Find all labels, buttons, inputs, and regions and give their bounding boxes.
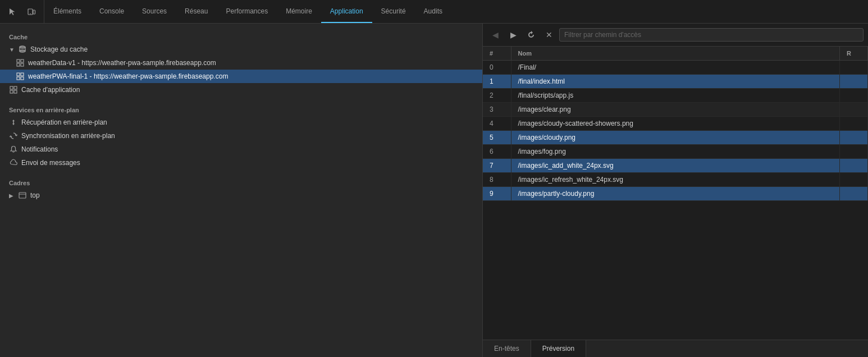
top-frame-label: top — [30, 191, 478, 199]
cell-num: 1 — [483, 75, 511, 89]
svg-rect-13 — [21, 77, 24, 80]
notifications-item[interactable]: Notifications — [0, 143, 482, 156]
cache-section-label: Cache — [0, 28, 482, 43]
cell-response — [840, 117, 868, 131]
tab-application[interactable]: Application — [321, 0, 372, 23]
cell-num: 7 — [483, 159, 511, 173]
nav-icons — [0, 0, 44, 23]
fetch-label: Récupération en arrière-plan — [21, 118, 478, 126]
refresh-button[interactable] — [523, 27, 539, 43]
expand-arrow: ▼ — [9, 47, 15, 53]
cell-num: 4 — [483, 117, 511, 131]
cloud-icon — [9, 158, 18, 167]
tab-performances[interactable]: Performances — [217, 0, 277, 23]
table-row[interactable]: 5/images/cloudy.png — [483, 131, 868, 145]
tab-elements[interactable]: Éléments — [44, 0, 90, 23]
cell-num: 6 — [483, 145, 511, 159]
svg-rect-19 — [19, 193, 26, 198]
cell-name: /images/ic_add_white_24px.svg — [511, 159, 840, 173]
grid-icon-3 — [9, 85, 18, 94]
top-nav: Éléments Console Sources Réseau Performa… — [0, 0, 868, 24]
svg-rect-17 — [14, 90, 17, 93]
fetch-background-item[interactable]: Récupération en arrière-plan — [0, 116, 482, 129]
cell-name: /images/cloudy-scattered-showers.png — [511, 117, 840, 131]
svg-point-2 — [30, 13, 31, 14]
cell-response — [840, 173, 868, 187]
cylinder-icon — [18, 45, 27, 54]
storage-du-cache-item[interactable]: ▼ Stockage du cache — [0, 43, 482, 56]
table-row[interactable]: 9/images/partly-cloudy.png — [483, 187, 868, 201]
expand-arrow-top: ▶ — [9, 193, 15, 199]
col-header-num: # — [483, 47, 511, 61]
grid-icon-1 — [16, 58, 25, 67]
cell-response — [840, 187, 868, 201]
top-frame-item[interactable]: ▶ top — [0, 189, 482, 202]
cell-name: /Final/ — [511, 61, 840, 75]
tab-preversion[interactable]: Préversion — [531, 340, 586, 357]
weather-data-v1-item[interactable]: weatherData-v1 - https://weather-pwa-sam… — [0, 56, 482, 70]
svg-rect-15 — [14, 86, 17, 89]
right-panel: ◀ ▶ ✕ # Nom R 0/Final/ — [483, 24, 868, 357]
tab-reseau[interactable]: Réseau — [176, 0, 217, 23]
table-row[interactable]: 7/images/ic_add_white_24px.svg — [483, 159, 868, 173]
bottom-tabs: En-têtes Préversion — [483, 340, 868, 357]
push-messages-item[interactable]: Envoi de messages — [0, 156, 482, 170]
cache-application-item[interactable]: Cache d'application — [0, 83, 482, 97]
cell-response — [840, 75, 868, 89]
svg-rect-8 — [17, 63, 20, 66]
weather-data-v1-label: weatherData-v1 - https://weather-pwa-sam… — [28, 59, 478, 67]
cell-num: 3 — [483, 103, 511, 117]
cell-num: 9 — [483, 187, 511, 201]
left-panel: Cache ▼ Stockage du cache — [0, 24, 483, 357]
sync-icon — [9, 131, 18, 140]
storage-du-cache-label: Stockage du cache — [30, 45, 478, 53]
back-button[interactable]: ◀ — [487, 27, 503, 43]
fetch-icon — [9, 118, 18, 127]
table-container: # Nom R 0/Final/1/final/index.html2/fina… — [483, 47, 868, 340]
forward-button[interactable]: ▶ — [505, 27, 521, 43]
cell-name: /final/scripts/app.js — [511, 89, 840, 103]
cell-num: 0 — [483, 61, 511, 75]
svg-rect-9 — [21, 63, 24, 66]
device-icon[interactable] — [24, 4, 39, 20]
cell-name: /images/fog.png — [511, 145, 840, 159]
sync-background-item[interactable]: Synchronisation en arrière-plan — [0, 129, 482, 143]
table-row[interactable]: 0/Final/ — [483, 61, 868, 75]
tab-sources[interactable]: Sources — [133, 0, 176, 23]
table-row[interactable]: 1/final/index.html — [483, 75, 868, 89]
tab-en-tetes[interactable]: En-têtes — [483, 340, 531, 357]
services-section-label: Services en arrière-plan — [0, 101, 482, 116]
svg-rect-6 — [17, 60, 20, 62]
tab-memoire[interactable]: Mémoire — [277, 0, 321, 23]
clear-button[interactable]: ✕ — [541, 27, 557, 43]
cell-name: /images/clear.png — [511, 103, 840, 117]
weather-pwa-final-item[interactable]: weatherPWA-final-1 - https://weather-pwa… — [0, 70, 482, 83]
cell-response — [840, 159, 868, 173]
cursor-icon[interactable] — [4, 4, 20, 20]
svg-rect-14 — [10, 86, 13, 89]
cell-name: /images/partly-cloudy.png — [511, 187, 840, 201]
cell-name: /final/index.html — [511, 75, 840, 89]
table-row[interactable]: 2/final/scripts/app.js — [483, 89, 868, 103]
cache-application-label: Cache d'application — [21, 86, 478, 94]
notifications-label: Notifications — [21, 145, 478, 153]
cell-num: 2 — [483, 89, 511, 103]
cache-table: # Nom R 0/Final/1/final/index.html2/fina… — [483, 47, 868, 201]
tab-console[interactable]: Console — [90, 0, 133, 23]
push-label: Envoi de messages — [21, 159, 478, 167]
tab-securite[interactable]: Sécurité — [372, 0, 415, 23]
cell-response — [840, 89, 868, 103]
filter-input[interactable] — [559, 28, 864, 42]
table-row[interactable]: 3/images/clear.png — [483, 103, 868, 117]
toolbar: ◀ ▶ ✕ — [483, 24, 868, 47]
bell-icon — [9, 145, 18, 154]
tab-audits[interactable]: Audits — [415, 0, 451, 23]
frame-icon — [18, 191, 27, 200]
svg-rect-10 — [17, 73, 20, 76]
cell-response — [840, 61, 868, 75]
table-row[interactable]: 4/images/cloudy-scattered-showers.png — [483, 117, 868, 131]
table-row[interactable]: 8/images/ic_refresh_white_24px.svg — [483, 173, 868, 187]
frames-section-label: Cadres — [0, 174, 482, 189]
svg-rect-1 — [33, 10, 35, 14]
table-row[interactable]: 6/images/fog.png — [483, 145, 868, 159]
